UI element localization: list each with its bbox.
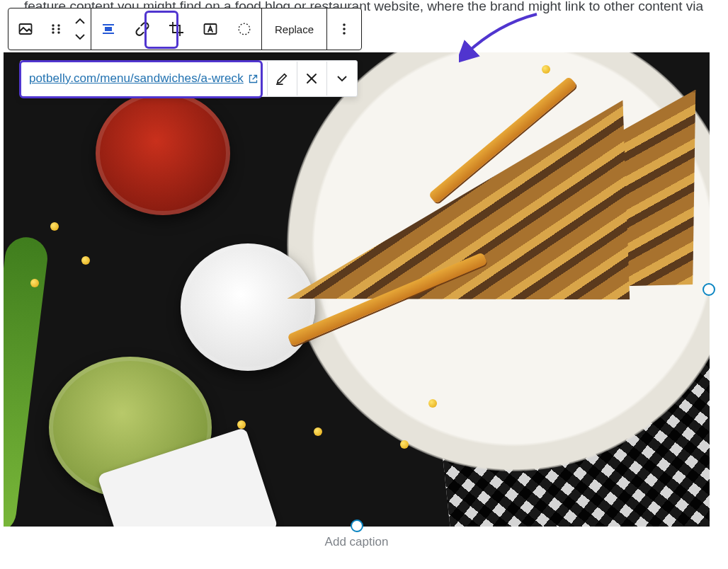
link-icon (133, 20, 152, 38)
chevron-up-icon (74, 18, 86, 25)
svg-point-6 (57, 31, 59, 33)
align-button[interactable] (91, 9, 125, 49)
svg-point-4 (57, 28, 59, 30)
block-toolbar: Replace (8, 8, 362, 50)
svg-point-3 (52, 28, 54, 30)
move-down-button[interactable] (69, 29, 91, 45)
link-settings-toggle[interactable] (327, 62, 357, 96)
image-icon (17, 21, 34, 38)
close-icon (305, 72, 318, 85)
chevron-down-icon (336, 74, 348, 83)
drag-handle-icon (50, 23, 62, 35)
svg-point-2 (57, 24, 59, 26)
block-movers (69, 9, 91, 49)
svg-point-14 (343, 32, 346, 35)
image-block[interactable] (4, 52, 710, 527)
svg-point-11 (239, 23, 250, 35)
chevron-down-icon (74, 33, 86, 40)
drag-handle-button[interactable] (42, 9, 69, 49)
move-up-button[interactable] (69, 13, 91, 29)
image-caption-input[interactable]: Add caption (0, 535, 713, 549)
svg-point-13 (343, 28, 346, 30)
replace-image-button[interactable]: Replace (262, 9, 326, 49)
svg-point-1 (52, 24, 54, 26)
crop-button[interactable] (159, 9, 193, 49)
text-overlay-button[interactable] (193, 9, 227, 49)
link-url-display[interactable]: potbelly.com/menu/sandwiches/a-wreck (21, 62, 268, 96)
crop-icon (168, 21, 185, 38)
svg-point-12 (343, 23, 346, 26)
svg-rect-9 (105, 27, 112, 31)
external-link-icon (248, 74, 258, 84)
svg-point-5 (52, 31, 54, 33)
more-options-button[interactable] (327, 9, 361, 49)
insert-link-button[interactable] (125, 9, 159, 49)
remove-link-button[interactable] (297, 62, 327, 96)
resize-handle-right[interactable] (703, 283, 715, 296)
block-image (4, 52, 710, 527)
link-url-text: potbelly.com/menu/sandwiches/a-wreck (29, 71, 244, 86)
text-over-image-icon (202, 21, 219, 38)
block-type-image-button[interactable] (8, 9, 42, 49)
link-popover: potbelly.com/menu/sandwiches/a-wreck (20, 60, 358, 97)
replace-label: Replace (275, 23, 314, 35)
align-icon (100, 21, 117, 38)
duotone-icon (237, 21, 252, 37)
more-vertical-icon (337, 22, 351, 36)
pencil-icon (275, 71, 289, 86)
edit-link-button[interactable] (268, 62, 297, 96)
resize-handle-bottom[interactable] (351, 519, 363, 532)
duotone-filter-button[interactable] (227, 9, 261, 49)
